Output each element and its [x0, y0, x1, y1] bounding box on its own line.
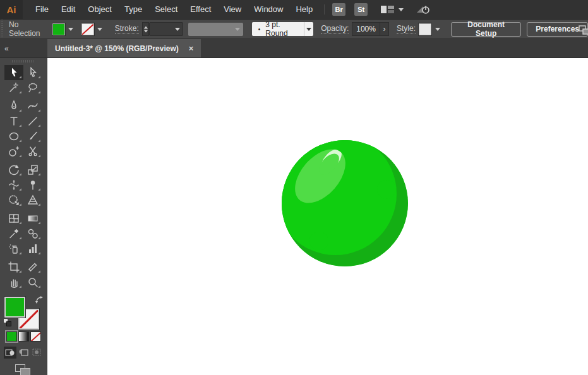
gradient-tool-icon	[27, 212, 39, 225]
ellipse-tool[interactable]	[4, 129, 23, 144]
shape-builder-tool-icon	[8, 145, 20, 158]
flyout-indicator	[38, 140, 40, 143]
selection-status: No Selection	[9, 20, 50, 38]
free-transform-tool[interactable]	[4, 193, 23, 208]
flyout-indicator	[38, 76, 40, 79]
ellipse-tool-icon	[8, 130, 20, 143]
zoom-tool[interactable]	[23, 275, 42, 290]
line-segment-tool[interactable]	[23, 114, 42, 129]
flyout-indicator	[19, 237, 21, 240]
direct-selection-tool[interactable]	[23, 65, 42, 80]
stroke-weight-select[interactable]	[149, 22, 183, 36]
artboard-tool-icon	[8, 261, 20, 273]
panel-grip[interactable]	[0, 20, 4, 39]
toolbar-grip[interactable]	[12, 60, 35, 62]
default-fill-stroke-button[interactable]	[3, 318, 11, 326]
symbol-sprayer-tool[interactable]	[4, 241, 23, 256]
gradient-tool[interactable]	[23, 211, 42, 226]
fill-color-swatch[interactable]	[52, 23, 65, 35]
collapse-double-chevron-icon: «	[4, 44, 9, 53]
perspective-grid-tool[interactable]	[23, 193, 42, 208]
menu-item-select[interactable]: Select	[148, 0, 184, 19]
quick-buttons: BrSt	[332, 3, 376, 16]
close-tab-icon[interactable]: ×	[189, 44, 194, 53]
green-ball-artwork[interactable]	[275, 134, 414, 273]
brush-dropdown-button[interactable]	[304, 22, 313, 36]
shape-builder-tool[interactable]	[4, 144, 23, 159]
flyout-indicator	[38, 204, 40, 206]
brush-definition-select[interactable]: • 3 pt. Round	[252, 22, 313, 36]
rotate-tool[interactable]	[4, 162, 23, 177]
chevron-down-icon	[435, 28, 440, 31]
opacity-label[interactable]: Opacity:	[321, 24, 349, 34]
hand-tool[interactable]	[4, 275, 23, 290]
illustrator-window: Ai FileEditObjectTypeSelectEffectViewWin…	[0, 0, 588, 375]
control-bar: No Selection Stroke: • 3 pt. Round Opaci…	[0, 19, 588, 39]
style-label[interactable]: Style:	[397, 24, 416, 34]
app-logo: Ai	[0, 0, 23, 19]
draw-behind-button[interactable]	[17, 347, 30, 359]
graphic-style-swatch[interactable]	[419, 23, 431, 35]
scissors-tool[interactable]	[23, 144, 42, 159]
menu-item-view[interactable]: View	[217, 0, 248, 19]
swap-arrows-icon	[35, 295, 44, 304]
opacity-input[interactable]: 100%	[352, 22, 380, 36]
artboard-tool[interactable]	[4, 259, 23, 275]
slice-tool[interactable]	[23, 259, 42, 275]
workspace-switcher[interactable]	[380, 5, 404, 15]
type-tool[interactable]	[4, 114, 23, 129]
symbol-sprayer-tool-icon	[8, 242, 20, 255]
menu-item-object[interactable]: Object	[81, 0, 118, 19]
paintbrush-tool[interactable]	[23, 129, 42, 144]
chevron-down-icon	[68, 28, 73, 31]
mesh-tool-icon	[8, 212, 20, 225]
eyedropper-tool[interactable]	[4, 226, 23, 241]
gradient-button[interactable]	[18, 331, 29, 342]
free-transform-tool-icon	[8, 194, 20, 206]
menu-item-effect[interactable]: Effect	[184, 0, 217, 19]
color-button[interactable]	[6, 331, 17, 342]
draw-normal-button[interactable]	[4, 347, 16, 359]
lasso-tool[interactable]	[23, 80, 42, 95]
artboard-canvas[interactable]	[47, 58, 588, 375]
curvature-tool[interactable]	[23, 98, 42, 114]
mesh-tool[interactable]	[4, 211, 23, 226]
fill-color-dropdown[interactable]	[66, 23, 76, 35]
document-tab[interactable]: Untitled-3* @ 150% (RGB/Preview) ×	[47, 39, 201, 57]
blend-tool[interactable]	[23, 226, 42, 241]
menu-item-window[interactable]: Window	[248, 0, 289, 19]
document-setup-button[interactable]: Document Setup	[451, 22, 521, 37]
draw-inside-button[interactable]	[30, 347, 43, 359]
none-button[interactable]	[30, 331, 41, 342]
stroke-weight-stepper[interactable]	[142, 22, 150, 36]
toolbar-collapse-button[interactable]: «	[0, 39, 47, 57]
pen-tool[interactable]	[4, 98, 23, 114]
menubar-divider	[324, 4, 325, 15]
menu-item-help[interactable]: Help	[289, 0, 319, 19]
gpu-performance-button[interactable]	[415, 4, 431, 15]
align-panel-icon[interactable]	[578, 24, 588, 35]
flyout-indicator	[19, 189, 21, 191]
graphic-style-dropdown[interactable]	[433, 23, 442, 35]
stroke-color-swatch[interactable]	[81, 23, 94, 35]
stroke-color-dropdown[interactable]	[95, 23, 105, 35]
scale-tool-icon	[27, 164, 39, 176]
column-graph-tool[interactable]	[23, 241, 42, 256]
scale-tool[interactable]	[23, 162, 42, 177]
stock-button[interactable]: St	[354, 3, 368, 16]
fill-color-box[interactable]	[4, 297, 25, 318]
menu-item-type[interactable]: Type	[118, 0, 148, 19]
change-screen-mode-button[interactable]	[15, 364, 32, 375]
selection-tool[interactable]	[4, 65, 23, 80]
menu-item-edit[interactable]: Edit	[55, 0, 81, 19]
bridge-button[interactable]: Br	[332, 3, 345, 16]
swap-fill-stroke-button[interactable]	[35, 295, 44, 307]
width-tool[interactable]	[4, 177, 23, 193]
magic-wand-tool[interactable]	[4, 80, 23, 95]
fill-stroke-indicator	[3, 295, 44, 327]
rotate-tool-icon	[8, 164, 20, 176]
puppet-warp-tool[interactable]	[23, 177, 42, 193]
opacity-expand-button[interactable]: ›	[380, 22, 389, 36]
stroke-weight-label[interactable]: Stroke:	[115, 24, 139, 34]
menu-item-file[interactable]: File	[29, 0, 55, 19]
